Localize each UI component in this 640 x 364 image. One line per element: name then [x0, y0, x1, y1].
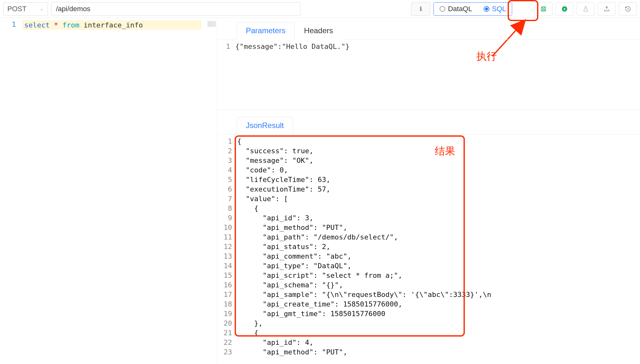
line-number: 22 [217, 338, 232, 347]
save-icon [540, 6, 547, 12]
line-number: 13 [217, 252, 232, 261]
line-number: 18 [217, 300, 232, 309]
token-select: select [24, 21, 50, 29]
radio-checked-icon [484, 6, 489, 12]
line-number: 1 [217, 42, 230, 50]
line-number: 23 [217, 347, 232, 357]
tab-headers[interactable]: Headers [295, 22, 342, 40]
result-line: "lifeCycleTime": 63, [237, 175, 640, 185]
line-number: 16 [217, 280, 232, 290]
editor-body[interactable]: select * from interface_info [19, 18, 217, 364]
line-number: 11 [217, 232, 232, 242]
result-line: "success": true, [237, 146, 640, 156]
lang-sql-label: SQL [492, 5, 506, 13]
minimap-icon [207, 21, 216, 27]
toolbar: POST ⌄ ℹ DataQL SQL [0, 0, 640, 18]
line-number: 1 [0, 20, 16, 28]
action-group [535, 2, 637, 16]
radio-icon [440, 6, 445, 12]
editor-gutter: 1 [0, 18, 19, 364]
result-line: "api_method": "PUT", [237, 347, 640, 357]
history-button[interactable] [619, 2, 637, 16]
line-number: 1 [217, 137, 232, 146]
save-button[interactable] [535, 2, 552, 16]
line-number: 9 [217, 213, 232, 223]
result-line: { [237, 328, 640, 338]
line-number: 8 [217, 204, 232, 213]
lang-dataql[interactable]: DataQL [434, 3, 478, 15]
play-icon [561, 6, 568, 12]
token-from: from [62, 21, 79, 29]
line-number: 21 [217, 328, 232, 338]
token-star: * [54, 21, 58, 29]
result-line: "api_type": "DataQL", [237, 261, 640, 271]
line-number: 12 [217, 242, 232, 252]
line-number: 15 [217, 271, 232, 280]
chevron-down-icon: ⌄ [40, 6, 44, 12]
result-line: "api_comment": "abc", [237, 252, 640, 261]
param-gutter: 1 [217, 40, 233, 110]
line-number: 14 [217, 261, 232, 271]
result-gutter: 1234567891011121314151617181920212223 [217, 135, 235, 364]
line-number: 7 [217, 194, 232, 204]
lang-sql[interactable]: SQL [478, 3, 512, 15]
result-line: "api_create_time": 1585015776000, [237, 300, 640, 309]
line-number: 20 [217, 319, 232, 328]
tab-jsonresult[interactable]: JsonResult [237, 117, 293, 135]
result-line: "api_gmt_time": 1585015776000 [237, 309, 640, 319]
info-icon: ℹ [420, 5, 422, 12]
result-line: "api_id": 3, [237, 213, 640, 223]
test-button[interactable] [577, 2, 595, 16]
line-number: 2 [217, 146, 232, 156]
right-pane: Parameters Headers 1 {"message":"Hello D… [217, 18, 640, 364]
result-line: "executionTime": 57, [237, 185, 640, 194]
main: 1 select * from interface_info Parameter… [0, 18, 640, 364]
result-line: "api_id": 4, [237, 338, 640, 347]
token-table: interface_info [83, 21, 143, 29]
info-button[interactable]: ℹ [411, 2, 430, 16]
line-number: 10 [217, 223, 232, 232]
param-body[interactable]: {"message":"Hello DataQL."} [233, 40, 640, 110]
line-number: 5 [217, 175, 232, 185]
export-button[interactable] [598, 2, 616, 16]
line-number: 6 [217, 185, 232, 194]
request-tabs: Parameters Headers [217, 22, 640, 40]
result-line: "message": "OK", [237, 156, 640, 165]
result-line: "api_sample": "{\n\"requestBody\": '{\"a… [237, 290, 640, 300]
result-line: "api_method": "PUT", [237, 223, 640, 232]
result-tabs: JsonResult [217, 117, 640, 135]
parameters-editor[interactable]: 1 {"message":"Hello DataQL."} [217, 40, 640, 110]
result-line: "api_status": 2, [237, 242, 640, 252]
result-line: "api_schema": "{}", [237, 280, 640, 290]
tab-parameters[interactable]: Parameters [237, 22, 295, 40]
method-select[interactable]: POST ⌄ [3, 2, 48, 16]
result-line: }, [237, 319, 640, 328]
sql-editor[interactable]: 1 select * from interface_info [0, 18, 217, 364]
line-number: 4 [217, 165, 232, 175]
result-line: "api_script": "select * from a;", [237, 271, 640, 280]
path-input[interactable] [51, 2, 300, 16]
line-number: 17 [217, 290, 232, 300]
result-line: { [237, 137, 640, 146]
flask-icon [582, 6, 589, 12]
result-line: { [237, 204, 640, 213]
history-icon [625, 6, 631, 12]
run-button[interactable] [556, 2, 574, 16]
result-line: "value": [ [237, 194, 640, 204]
line-number: 3 [217, 156, 232, 165]
result-code[interactable]: { "success": true, "message": "OK", "cod… [235, 135, 640, 364]
result-body: 1234567891011121314151617181920212223 { … [217, 135, 640, 364]
lang-dataql-label: DataQL [448, 5, 472, 13]
language-toggle: DataQL SQL [433, 2, 512, 16]
result-line: "api_path": "/demos/db/select/", [237, 232, 640, 242]
export-icon [604, 6, 610, 12]
svg-rect-1 [542, 9, 545, 11]
method-value: POST [7, 5, 27, 13]
line-number: 19 [217, 309, 232, 319]
result-line: "code": 0, [237, 165, 640, 175]
